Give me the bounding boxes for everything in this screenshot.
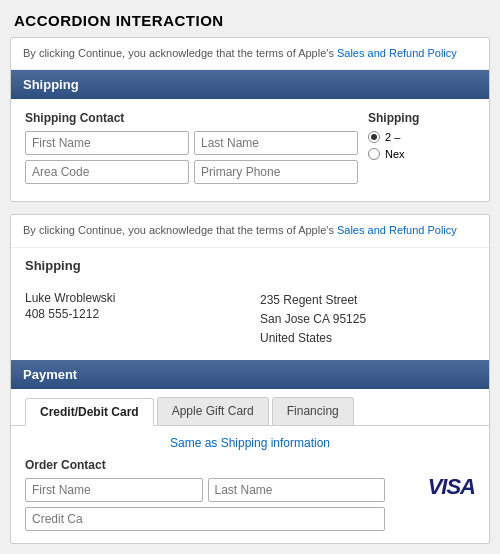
shipping-name: Luke Wroblewski	[25, 291, 240, 305]
visa-logo: VISA	[428, 474, 475, 500]
address-line2: San Jose CA 95125	[260, 310, 475, 329]
shipping-info-right: 235 Regent Street San Jose CA 95125 Unit…	[260, 291, 475, 349]
radio-option-2[interactable]	[368, 148, 380, 160]
contact-label: Shipping Contact	[25, 111, 358, 125]
last-name-input[interactable]	[194, 131, 358, 155]
policy-text-1: By clicking Continue, you acknowledge th…	[11, 38, 489, 70]
address-line1: 235 Regent Street	[260, 291, 475, 310]
tab-credit-debit[interactable]: Credit/Debit Card	[25, 398, 154, 426]
tab-financing[interactable]: Financing	[272, 397, 354, 425]
order-contact-label: Order Contact	[25, 458, 385, 472]
radio-option-1[interactable]	[368, 131, 380, 143]
policy-link-1[interactable]: Sales and Refund Policy	[337, 47, 457, 59]
shipping-options-label: Shipping	[368, 111, 475, 125]
option-1-label: 2 –	[385, 131, 400, 143]
payment-header[interactable]: Payment	[11, 360, 489, 389]
shipping-title-2: Shipping	[11, 248, 489, 279]
accordion-panel-1: By clicking Continue, you acknowledge th…	[10, 37, 490, 202]
page-title: ACCORDION INTERACTION	[0, 0, 500, 37]
option-2-label: Nex	[385, 148, 405, 160]
same-as-shipping-link[interactable]: Same as Shipping information	[25, 436, 475, 450]
policy-prefix-1: By clicking Continue, you acknowledge th…	[23, 47, 334, 59]
policy-link-2[interactable]: Sales and Refund Policy	[337, 224, 457, 236]
address-line3: United States	[260, 329, 475, 348]
shipping-body-1: Shipping Contact Shipping 2 –	[11, 99, 489, 201]
policy-text-2: By clicking Continue, you acknowledge th…	[11, 215, 489, 247]
shipping-options-col: Shipping 2 – Nex	[368, 111, 475, 189]
visa-logo-area: VISA	[395, 458, 475, 500]
shipping-section-2: Shipping Luke Wroblewski 408 555-1212 23…	[11, 248, 489, 361]
payment-tabs-container: Credit/Debit Card Apple Gift Card Financ…	[11, 389, 489, 426]
contact-col: Shipping Contact	[25, 111, 358, 189]
page-container: ACCORDION INTERACTION By clicking Contin…	[0, 0, 500, 544]
payment-last-name-input[interactable]	[208, 478, 386, 502]
shipping-phone: 408 555-1212	[25, 307, 240, 321]
tab-apple-gift-card[interactable]: Apple Gift Card	[157, 397, 269, 425]
accordion-panel-2: By clicking Continue, you acknowledge th…	[10, 214, 490, 544]
policy-prefix-2: By clicking Continue, you acknowledge th…	[23, 224, 334, 236]
order-contact-left: Order Contact	[25, 458, 385, 531]
shipping-header-1[interactable]: Shipping	[11, 70, 489, 99]
area-code-input[interactable]	[25, 160, 189, 184]
payment-first-name-input[interactable]	[25, 478, 203, 502]
first-name-input[interactable]	[25, 131, 189, 155]
shipping-info: Luke Wroblewski 408 555-1212 235 Regent …	[11, 279, 489, 361]
order-contact-row: Order Contact VISA	[25, 458, 475, 531]
shipping-info-left: Luke Wroblewski 408 555-1212	[25, 291, 240, 349]
primary-phone-input[interactable]	[194, 160, 358, 184]
payment-body: Same as Shipping information Order Conta…	[11, 426, 489, 543]
credit-card-input[interactable]	[25, 507, 385, 531]
